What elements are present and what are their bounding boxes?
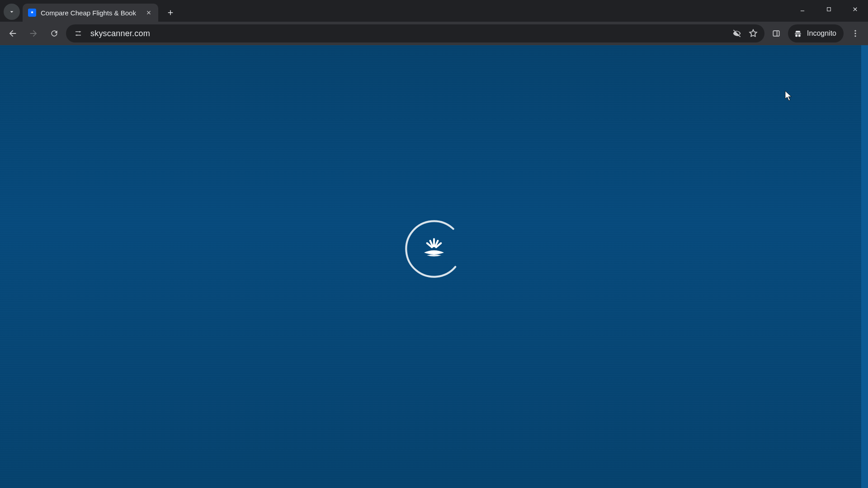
tracking-protection-button[interactable] xyxy=(732,28,742,38)
reload-icon xyxy=(50,29,59,38)
kebab-icon xyxy=(851,29,860,38)
svg-rect-3 xyxy=(773,31,779,36)
new-tab-button[interactable] xyxy=(163,5,178,20)
browser-tab-active[interactable]: Compare Cheap Flights & Book xyxy=(23,4,158,22)
tune-icon xyxy=(74,29,82,38)
mouse-cursor-icon xyxy=(785,90,793,102)
loading-spinner xyxy=(402,217,466,281)
arrow-right-icon xyxy=(28,28,38,38)
plus-icon xyxy=(166,9,175,17)
tab-favicon xyxy=(28,9,36,17)
nav-forward-button[interactable] xyxy=(24,24,42,42)
site-settings-button[interactable] xyxy=(72,28,84,39)
skyscanner-logo-icon xyxy=(418,233,450,265)
nav-reload-button[interactable] xyxy=(45,24,63,42)
minimize-icon xyxy=(799,6,806,12)
star-icon xyxy=(748,28,758,38)
window-close-button[interactable] xyxy=(842,0,868,18)
svg-point-2 xyxy=(76,34,78,36)
tab-search-button[interactable] xyxy=(4,4,20,20)
eye-off-icon xyxy=(732,28,742,38)
tab-close-button[interactable] xyxy=(145,9,153,17)
svg-point-6 xyxy=(854,35,856,37)
tab-title: Compare Cheap Flights & Book xyxy=(41,9,140,17)
svg-point-1 xyxy=(79,31,80,33)
close-icon xyxy=(146,9,152,16)
bookmark-button[interactable] xyxy=(748,28,758,38)
arrow-left-icon xyxy=(8,28,18,38)
incognito-icon xyxy=(793,29,802,38)
svg-point-5 xyxy=(854,33,856,34)
scrollbar-vertical[interactable] xyxy=(861,45,868,488)
window-maximize-button[interactable] xyxy=(816,0,842,18)
browser-titlebar: Compare Cheap Flights & Book xyxy=(0,0,868,22)
side-panel-button[interactable] xyxy=(767,24,785,42)
panel-icon xyxy=(772,29,781,38)
window-minimize-button[interactable] xyxy=(789,0,816,18)
browser-menu-button[interactable] xyxy=(846,24,864,42)
address-bar-url: skyscanner.com xyxy=(90,29,150,38)
address-bar[interactable]: skyscanner.com xyxy=(66,24,764,42)
chevron-down-icon xyxy=(8,8,15,15)
close-icon xyxy=(852,6,859,13)
browser-toolbar: skyscanner.com Incognito xyxy=(0,22,868,45)
svg-rect-0 xyxy=(827,7,830,11)
incognito-indicator[interactable]: Incognito xyxy=(788,24,844,42)
nav-back-button[interactable] xyxy=(4,24,22,42)
maximize-icon xyxy=(826,6,832,12)
incognito-label: Incognito xyxy=(807,29,836,38)
page-viewport xyxy=(0,45,868,488)
svg-point-4 xyxy=(854,30,856,32)
window-controls xyxy=(789,0,868,22)
